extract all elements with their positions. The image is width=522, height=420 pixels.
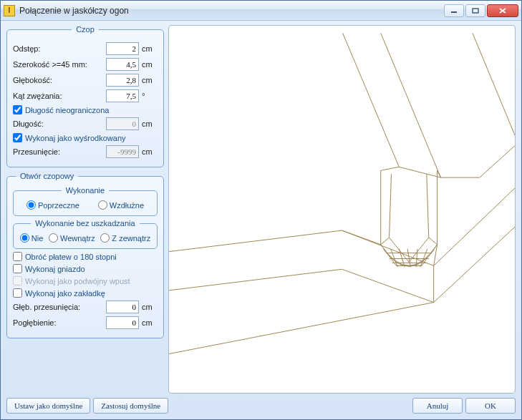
main-row: Czop Odstęp: cm Szerokość >=45 mm: cm Gł…: [6, 25, 516, 394]
obroc-checkbox[interactable]: [13, 252, 22, 261]
szerokosc-input[interactable]: [106, 58, 139, 71]
svg-rect-1: [473, 9, 478, 13]
dlugosc-label: Długość:: [13, 119, 103, 128]
szerokosc-label: Szerokość >=45 mm:: [13, 60, 103, 69]
close-icon: [499, 8, 506, 14]
gleb-przes-label: Głęb. przesunięcia:: [13, 303, 103, 311]
titlebar: I Połączenie w jaskółczy ogon: [1, 1, 521, 21]
app-icon: I: [4, 5, 15, 16]
wysrodkowany-checkbox[interactable]: [13, 133, 22, 142]
podwojny-checkbox: [13, 276, 22, 285]
maximize-button[interactable]: [465, 4, 485, 17]
svg-line-6: [169, 303, 434, 354]
svg-line-16: [434, 227, 515, 302]
gleb-przes-input[interactable]: [106, 301, 139, 313]
wysrodkowany-label: Wykonaj jako wyśrodkowany: [25, 134, 126, 142]
poglebienie-input[interactable]: [106, 316, 139, 329]
wykonanie-legend: Wykonanie: [62, 186, 109, 195]
bez-radio-zewnatrz[interactable]: [100, 233, 110, 243]
wykonanie-radio-wzdluzne[interactable]: [98, 200, 107, 210]
obroc-label: Obróć płatew o 180 stopni: [25, 253, 117, 261]
bez-label-zewnatrz: Z zewnątrz: [112, 234, 150, 243]
bez-radio-nie[interactable]: [20, 233, 29, 243]
otwor-group: Otwór czopowy Wykonanie Poprzeczne Wzdłu…: [6, 172, 164, 338]
window-controls: [444, 4, 518, 17]
glebokosc-label: Głębokość:: [13, 76, 103, 84]
kat-unit: °: [142, 92, 158, 100]
glebokosc-input[interactable]: [106, 74, 139, 87]
ok-button[interactable]: OK: [465, 398, 516, 414]
svg-line-32: [429, 238, 438, 245]
wykonanie-group: Wykonanie Poprzeczne Wzdłużne: [13, 186, 158, 216]
svg-line-4: [169, 230, 342, 252]
gniazdo-checkbox[interactable]: [13, 264, 22, 273]
svg-line-12: [473, 33, 515, 135]
odstep-label: Odstęp:: [13, 44, 103, 53]
svg-line-15: [434, 188, 515, 265]
svg-line-13: [399, 167, 440, 177]
svg-line-11: [381, 33, 441, 177]
kat-input[interactable]: [106, 89, 139, 102]
bez-label-wewnatrz: Wewnątrz: [60, 234, 95, 243]
bottom-bar: Ustaw jako domyślne Zastosuj domyślne An…: [6, 396, 516, 415]
dlugosc-unit: cm: [142, 119, 158, 128]
odstep-unit: cm: [142, 44, 158, 53]
apply-default-button[interactable]: Zastosuj domyślne: [93, 398, 168, 414]
czop-group: Czop Odstęp: cm Szerokość >=45 mm: cm Gł…: [6, 25, 164, 167]
svg-line-5: [169, 269, 342, 290]
otwor-legend: Otwór czopowy: [16, 172, 78, 180]
minimize-button[interactable]: [444, 4, 464, 17]
svg-line-31: [381, 238, 390, 245]
close-button[interactable]: [487, 4, 518, 17]
svg-line-28: [407, 249, 410, 268]
svg-line-10: [342, 33, 399, 167]
content-area: Czop Odstęp: cm Szerokość >=45 mm: cm Gł…: [1, 21, 521, 419]
glebokosc-unit: cm: [142, 76, 158, 84]
bez-uszkadzania-group: Wykonanie bez uszkadzania Nie Wewnątrz: [13, 219, 158, 249]
wykonanie-radio-poprzeczne[interactable]: [26, 200, 36, 210]
bez-uszkadzania-legend: Wykonanie bez uszkadzania: [31, 219, 139, 228]
czop-legend: Czop: [72, 25, 99, 34]
gleb-przes-unit: cm: [142, 303, 158, 311]
cancel-button[interactable]: Anuluj: [412, 398, 463, 414]
left-panel: Czop Odstęp: cm Szerokość >=45 mm: cm Gł…: [6, 25, 164, 394]
gniazdo-label: Wykonaj gniazdo: [25, 265, 85, 273]
preview-pane: [168, 25, 516, 394]
zakladka-checkbox[interactable]: [13, 288, 22, 298]
svg-line-8: [342, 269, 434, 302]
window-title: Połączenie w jaskółczy ogon: [19, 6, 444, 16]
nieograniczona-checkbox[interactable]: [13, 105, 22, 114]
szerokosc-unit: cm: [142, 60, 158, 69]
svg-line-17: [480, 146, 515, 177]
poglebienie-label: Pogłębienie:: [13, 318, 103, 327]
podwojny-label: Wykonaj jako podwójny wpust: [25, 277, 130, 285]
wykonanie-label-poprzeczne: Poprzeczne: [38, 201, 79, 210]
set-default-button[interactable]: Ustaw jako domyślne: [6, 398, 90, 414]
wykonanie-label-wzdluzne: Wzdłużne: [110, 201, 144, 210]
dlugosc-input: [106, 117, 139, 130]
kat-label: Kąt zwężania:: [13, 92, 103, 100]
zakladka-label: Wykonaj jako zakładkę: [25, 289, 105, 298]
przesuniecie-input: [106, 145, 139, 158]
preview-drawing: [169, 26, 515, 393]
maximize-icon: [472, 8, 479, 14]
bez-label-nie: Nie: [32, 234, 44, 243]
bez-radio-wewnatrz[interactable]: [49, 233, 58, 243]
przesuniecie-label: Przesunięcie:: [13, 147, 103, 156]
minimize-icon: [450, 8, 458, 14]
dialog-window: I Połączenie w jaskółczy ogon Czop Odstę…: [0, 0, 522, 420]
poglebienie-unit: cm: [142, 318, 158, 327]
svg-line-20: [342, 230, 381, 245]
nieograniczona-label: Długość nieograniczona: [25, 106, 109, 114]
przesuniecie-unit: cm: [142, 147, 158, 156]
odstep-input[interactable]: [106, 42, 139, 55]
svg-line-18: [381, 167, 400, 170]
